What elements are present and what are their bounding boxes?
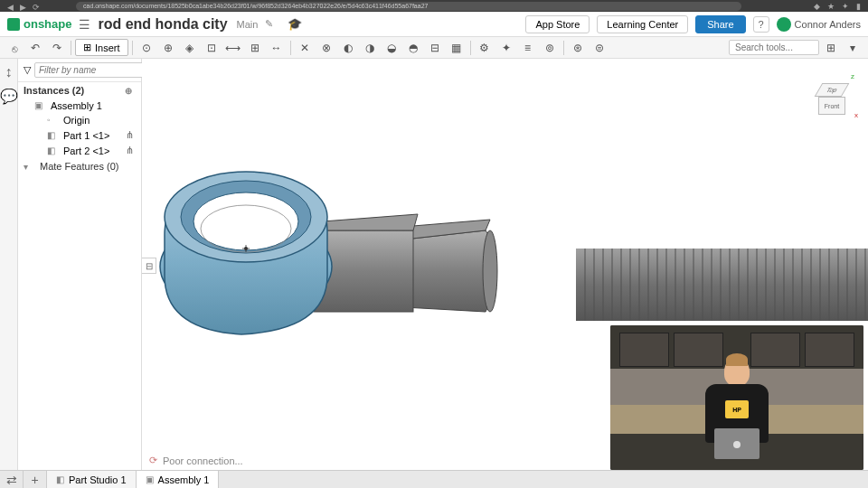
extension-icon[interactable]: ▮: [856, 2, 861, 11]
sidebar-toggle[interactable]: ⊟: [142, 258, 156, 274]
insert-icon: ⊞: [83, 42, 91, 53]
tool-icon[interactable]: ▾: [843, 39, 863, 57]
cabinet: [619, 333, 669, 367]
part-icon: ◧: [47, 130, 58, 141]
tool-icon[interactable]: ⊜: [590, 39, 609, 57]
tool-icon[interactable]: ↔: [267, 39, 287, 57]
part-icon: ◧: [47, 145, 58, 156]
extension-icon[interactable]: ◆: [814, 2, 820, 11]
left-rail-icons: ⎋: [5, 42, 24, 54]
status-message: Poor connection...: [163, 455, 243, 466]
tree-origin[interactable]: ◦ Origin: [18, 113, 141, 127]
tree-part2[interactable]: ◧ Part 2 <1> ⋔: [18, 143, 141, 158]
tool-icon[interactable]: ⟷: [223, 39, 243, 57]
tool-icon[interactable]: ⊚: [540, 39, 560, 57]
tool-icon[interactable]: ◒: [382, 39, 401, 57]
tool-icon[interactable]: ✕: [295, 39, 315, 57]
tool-icon[interactable]: ▦: [447, 39, 467, 57]
collapse-icon[interactable]: ▾: [24, 162, 34, 172]
tool-icon[interactable]: ◑: [360, 39, 380, 57]
user-avatar-icon: [777, 17, 791, 32]
rail-icon[interactable]: ↕: [5, 64, 13, 80]
tool-icon[interactable]: ⊟: [425, 39, 445, 57]
axis-x: x: [854, 111, 858, 119]
tool-icon[interactable]: ◓: [403, 39, 423, 57]
url-bar[interactable]: cad.onshape.com/documents/18525b0ca1abe3…: [76, 2, 741, 11]
mate-connector-icon[interactable]: ⋔: [126, 145, 134, 156]
browser-nav-controls: ◀ ▶ ⟳: [7, 3, 40, 10]
tool-icon[interactable]: ≡: [518, 39, 538, 57]
extension-icon[interactable]: ✦: [842, 2, 849, 11]
undo-button[interactable]: ↶: [25, 39, 45, 57]
webcam-overlay: HP: [610, 325, 863, 470]
svg-rect-0: [576, 249, 868, 321]
tool-icon[interactable]: ⊡: [202, 39, 222, 57]
app-header: onshape ☰ rod end honda city Main ✎ 🎓 Ap…: [0, 12, 868, 37]
tool-icon[interactable]: ⊞: [245, 39, 265, 57]
insert-button[interactable]: ⊞ Insert: [75, 39, 128, 56]
tool-icon[interactable]: ◈: [180, 39, 200, 57]
user-name: Connor Anders: [795, 19, 861, 30]
help-button[interactable]: ?: [753, 16, 769, 33]
tool-icon[interactable]: ⚙: [475, 39, 495, 57]
assembly-icon: ▣: [34, 100, 45, 111]
versions-icon[interactable]: ⎋: [12, 43, 18, 54]
presenter-head: [724, 357, 750, 386]
view-cube[interactable]: Top Front z x: [809, 72, 854, 127]
share-button[interactable]: Share: [695, 15, 745, 33]
view-cube-front[interactable]: Front: [818, 97, 845, 115]
redo-button[interactable]: ↷: [47, 39, 67, 57]
tab-part-studio[interactable]: ◧ Part Studio 1: [47, 471, 137, 488]
logo-icon: [7, 18, 20, 31]
part-studio-icon: ◧: [56, 474, 64, 484]
url-text: cad.onshape.com/documents/18525b0ca1abe3…: [83, 3, 428, 9]
browser-chrome-bar: ◀ ▶ ⟳ cad.onshape.com/documents/18525b0c…: [0, 0, 868, 12]
rail-icon[interactable]: 💬: [0, 88, 18, 105]
svg-point-52: [193, 192, 298, 250]
tool-icon[interactable]: ◐: [338, 39, 358, 57]
app-store-button[interactable]: App Store: [525, 15, 590, 33]
add-instance-icon[interactable]: ⊕: [125, 86, 136, 96]
connection-warning-icon: ⟳: [149, 455, 157, 466]
axis-z: z: [851, 72, 854, 80]
browser-extensions: ◆ ★ ✦ ▮: [814, 2, 861, 11]
filter-input[interactable]: [34, 62, 158, 78]
instances-header[interactable]: Instances (2) ⊕: [18, 82, 141, 99]
edit-icon[interactable]: ✎: [265, 18, 273, 30]
status-bar: ⟳ Poor connection...: [142, 451, 250, 470]
rail-bottom-icon[interactable]: ⇄: [0, 471, 24, 488]
extension-icon[interactable]: ★: [827, 2, 835, 11]
tool-icon[interactable]: ✦: [496, 39, 516, 57]
add-tab-button[interactable]: +: [24, 471, 47, 488]
brand-name: onshape: [24, 17, 71, 31]
tool-icon[interactable]: ⊙: [137, 39, 156, 57]
onshape-logo[interactable]: onshape: [7, 17, 71, 31]
tool-icon[interactable]: ⊕: [158, 39, 178, 57]
view-cube-top[interactable]: Top: [815, 83, 850, 97]
search-tools-input[interactable]: [729, 40, 819, 55]
user-menu[interactable]: Connor Anders: [777, 17, 861, 32]
origin-icon: ◦: [47, 115, 58, 126]
learning-center-button[interactable]: Learning Center: [597, 15, 688, 33]
back-icon[interactable]: ◀: [7, 3, 14, 10]
forward-icon[interactable]: ▶: [20, 3, 27, 10]
tab-assembly[interactable]: ▣ Assembly 1: [137, 471, 220, 488]
filter-icon[interactable]: ▽: [24, 64, 31, 76]
mate-features-row[interactable]: ▾ Mate Features (0): [18, 158, 141, 174]
cabinet: [805, 333, 854, 367]
tool-icon[interactable]: ⊛: [568, 39, 588, 57]
hamburger-icon[interactable]: ☰: [79, 17, 90, 32]
laptop: [714, 428, 760, 459]
document-title[interactable]: rod end honda city: [98, 16, 227, 33]
reload-icon[interactable]: ⟳: [33, 3, 40, 10]
tool-icon[interactable]: ⊗: [316, 39, 336, 57]
tree-assembly[interactable]: ▣ Assembly 1: [18, 99, 141, 113]
tool-icon[interactable]: ⊞: [821, 39, 841, 57]
feature-tree-panel: ▽ ☰ Instances (2) ⊕ ▣ Assembly 1 ◦ Origi…: [18, 59, 142, 470]
svg-point-47: [483, 230, 497, 312]
document-branch[interactable]: Main: [237, 19, 259, 30]
tree-part1[interactable]: ◧ Part 1 <1> ⋔: [18, 127, 141, 143]
education-icon[interactable]: 🎓: [288, 17, 302, 31]
mate-connector-icon[interactable]: ⋔: [126, 129, 134, 141]
shirt-logo: HP: [725, 400, 749, 418]
